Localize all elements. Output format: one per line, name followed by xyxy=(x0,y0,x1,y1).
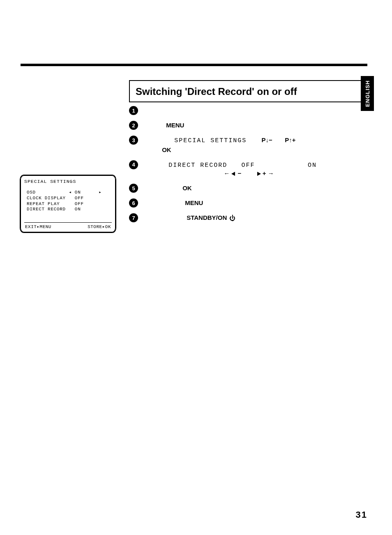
ok-label-2: OK xyxy=(182,184,192,191)
plus-label: + xyxy=(263,170,266,177)
top-horizontal-rule xyxy=(21,64,367,66)
osd-panel: SPECIAL SETTINGS OSD ◂ ON ▸ CLOCK DISPLA… xyxy=(20,175,116,233)
step-bullet-5: 5 xyxy=(129,184,138,193)
step-4: 4 DIRECT RECORD OFF ON ← − + xyxy=(129,160,351,178)
osd-title: SPECIAL SETTINGS xyxy=(24,179,113,184)
ok-label-1: OK xyxy=(162,146,171,153)
osd-row-clock: CLOCK DISPLAY OFF xyxy=(27,196,113,201)
osd-rows: OSD ◂ ON ▸ CLOCK DISPLAY OFF REPEAT PLAY… xyxy=(27,190,113,212)
step-7: 7 STANDBY/ON ⏻ xyxy=(129,213,351,223)
p-down-minus: P↓− xyxy=(262,136,272,143)
on-label: ON xyxy=(308,162,317,169)
section-title: Switching 'Direct Record' on or off xyxy=(136,86,357,97)
right-arrow-icon: → xyxy=(268,170,274,177)
step-bullet-2: 2 xyxy=(129,121,138,130)
step-6: 6 MENU xyxy=(129,198,351,208)
power-icon: ⏻ xyxy=(229,214,235,221)
osd-row-repeat: REPEAT PLAY OFF xyxy=(27,201,113,207)
page-number: 31 xyxy=(356,510,367,520)
special-settings-label: SPECIAL SETTINGS xyxy=(174,137,247,144)
osd-footer-exit: EXIT▸MENU xyxy=(25,224,51,229)
left-arrow-icon: ← xyxy=(224,170,230,177)
p-up-plus: P↑+ xyxy=(285,136,295,143)
minus-label: − xyxy=(238,170,242,177)
step-bullet-1: 1 xyxy=(129,106,138,115)
triangle-left-icon xyxy=(231,172,235,176)
osd-divider xyxy=(24,222,112,223)
step-2: 2 MENU xyxy=(129,121,351,130)
step-1: 1 xyxy=(129,106,351,115)
step-bullet-6: 6 xyxy=(129,198,138,208)
step-5: 5 OK xyxy=(129,184,351,193)
osd-footer-store: STORE▸OK xyxy=(88,224,111,229)
off-label: OFF xyxy=(242,162,255,169)
direct-record-label: DIRECT RECORD xyxy=(168,162,227,169)
step-bullet-7: 7 xyxy=(129,213,138,222)
language-label: ENGLISH xyxy=(364,80,371,107)
step-list: 1 2 MENU 3 SPECIAL SETTINGS P↓− P↑+ xyxy=(129,106,351,228)
section-heading-box: Switching 'Direct Record' on or off xyxy=(129,80,363,102)
osd-row-osd: OSD ◂ ON ▸ xyxy=(27,190,113,196)
osd-row-direct: DIRECT RECORD ON xyxy=(27,207,113,212)
step-bullet-4: 4 xyxy=(129,160,138,169)
triangle-right-icon xyxy=(257,172,261,176)
menu-label-2: MENU xyxy=(185,199,203,206)
standby-on-label: STANDBY/ON xyxy=(187,214,227,221)
menu-button-label: MENU xyxy=(166,122,184,129)
step-3: 3 SPECIAL SETTINGS P↓− P↑+ OK xyxy=(129,136,351,155)
step-bullet-3: 3 xyxy=(129,136,138,145)
